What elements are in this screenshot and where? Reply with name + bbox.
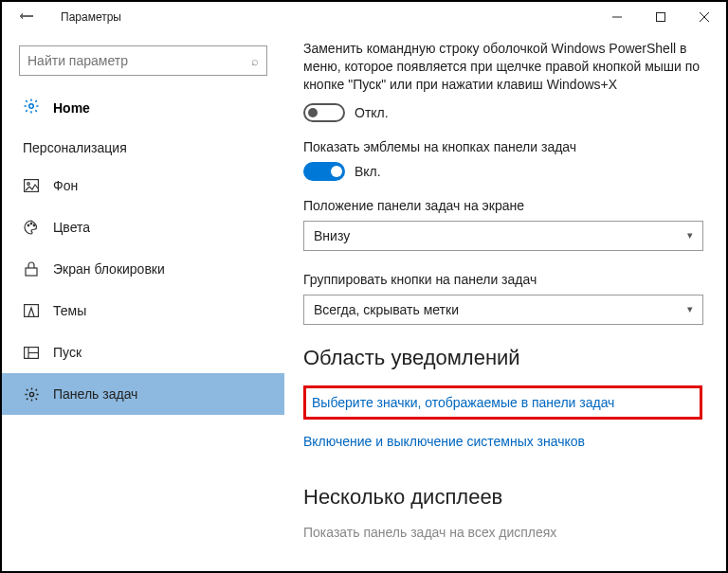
palette-icon <box>23 220 40 235</box>
powershell-description: Заменить командную строку оболочкой Wind… <box>303 40 703 94</box>
minimize-icon <box>612 12 622 22</box>
category-header: Персонализация <box>2 127 284 165</box>
sidebar-item-label: Темы <box>53 303 86 318</box>
search-box[interactable]: ⌕ <box>19 45 267 76</box>
svg-point-7 <box>27 224 29 226</box>
toggle-row-powershell: Откл. <box>303 103 703 122</box>
position-label: Положение панели задач на экране <box>303 198 703 213</box>
section-notifications-header: Область уведомлений <box>303 346 703 370</box>
sidebar-item-label: Экран блокировки <box>53 261 165 277</box>
picture-icon <box>23 179 40 192</box>
toggle-label: Откл. <box>355 105 389 120</box>
gear-icon <box>23 98 40 118</box>
home-label: Home <box>53 100 90 116</box>
maximize-icon <box>656 12 665 22</box>
close-icon <box>700 12 709 22</box>
chevron-down-icon: ▾ <box>687 229 693 242</box>
sidebar-item-lockscreen[interactable]: Экран блокировки <box>2 248 284 290</box>
svg-point-9 <box>33 224 35 226</box>
group-label: Группировать кнопки на панели задач <box>303 272 703 287</box>
sidebar-item-start[interactable]: Пуск <box>2 331 284 373</box>
themes-icon <box>23 304 40 317</box>
dropdown-value: Всегда, скрывать метки <box>314 302 459 317</box>
toggle-row-badges: Вкл. <box>303 162 703 181</box>
sidebar-item-taskbar[interactable]: Панель задач <box>2 373 284 415</box>
maximize-button[interactable] <box>639 2 682 32</box>
svg-rect-1 <box>657 13 665 22</box>
dropdown-group[interactable]: Всегда, скрывать метки ▾ <box>303 295 703 325</box>
sidebar-item-themes[interactable]: Темы <box>2 290 284 331</box>
multi-desc: Показать панель задач на всех дисплеях <box>303 525 703 540</box>
sidebar-item-colors[interactable]: Цвета <box>2 206 284 248</box>
search-icon: ⌕ <box>251 54 259 68</box>
toggle-label: Вкл. <box>355 164 381 179</box>
svg-point-8 <box>30 223 32 224</box>
lock-icon <box>23 261 40 277</box>
svg-point-6 <box>27 183 30 186</box>
settings-window: 🠔 Параметры ⌕ Home <box>0 0 728 573</box>
sidebar-item-label: Цвета <box>53 220 90 235</box>
badges-label: Показать эмблемы на кнопках панели задач <box>303 139 703 154</box>
main-panel: Заменить командную строку оболочкой Wind… <box>284 32 726 571</box>
toggle-powershell[interactable] <box>303 103 345 122</box>
dropdown-position[interactable]: Внизу ▾ <box>303 221 703 251</box>
content-area: ⌕ Home Персонализация Фон Цвета <box>2 32 726 571</box>
sidebar: ⌕ Home Персонализация Фон Цвета <box>2 32 284 571</box>
start-icon <box>23 347 40 359</box>
toggle-badges[interactable] <box>303 162 345 181</box>
title-bar-left: 🠔 Параметры <box>6 2 121 32</box>
chevron-down-icon: ▾ <box>687 303 693 315</box>
sidebar-item-label: Фон <box>53 178 78 193</box>
highlighted-link-box: Выберите значки, отображаемые в панели з… <box>303 385 702 420</box>
svg-point-15 <box>29 392 33 396</box>
link-system-icons[interactable]: Включение и выключение системных значков <box>303 434 585 449</box>
window-controls <box>595 2 726 32</box>
link-select-icons[interactable]: Выберите значки, отображаемые в панели з… <box>312 395 614 410</box>
svg-rect-10 <box>26 268 37 276</box>
minimize-button[interactable] <box>595 2 639 32</box>
sidebar-item-background[interactable]: Фон <box>2 165 284 206</box>
title-bar: 🠔 Параметры <box>2 2 726 32</box>
gear-icon <box>23 386 40 403</box>
close-button[interactable] <box>682 2 726 32</box>
svg-point-4 <box>29 104 34 109</box>
back-button[interactable]: 🠔 <box>6 2 47 32</box>
sidebar-item-label: Пуск <box>53 345 82 360</box>
dropdown-value: Внизу <box>314 228 350 243</box>
window-title: Параметры <box>61 10 121 24</box>
home-nav[interactable]: Home <box>2 89 284 127</box>
search-input[interactable] <box>27 53 251 68</box>
section-multi-header: Несколько дисплеев <box>303 485 703 510</box>
sidebar-item-label: Панель задач <box>53 386 137 402</box>
